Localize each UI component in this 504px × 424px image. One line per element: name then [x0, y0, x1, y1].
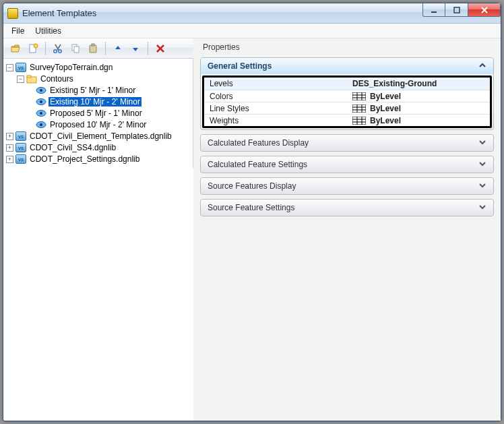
maximize-button[interactable] [445, 3, 468, 17]
chevron-up-icon [478, 61, 486, 71]
prop-label: Line Styles [204, 104, 352, 113]
tree-item-ex5[interactable]: Existing 5' Mjr - 1' Minor [49, 86, 137, 95]
move-up-icon[interactable] [110, 40, 126, 57]
prop-value: DES_Existing-Ground [352, 79, 437, 88]
bylevel-swatch-icon [352, 92, 366, 100]
window-title: Element Templates [22, 8, 422, 18]
section-calc-display: Calculated Features Display [200, 134, 494, 152]
cut-icon[interactable] [50, 40, 66, 57]
svg-rect-9 [74, 47, 79, 53]
prop-label: Levels [204, 79, 352, 88]
prop-row-weights[interactable]: Weights ByLevel [204, 114, 490, 126]
tree-root[interactable]: SurveyTopoTerrain.dgn [28, 63, 114, 72]
prop-row-colors[interactable]: Colors ByLevel [204, 90, 490, 102]
chevron-down-icon [478, 160, 486, 170]
prop-value: ByLevel [370, 92, 401, 101]
svg-point-23 [40, 123, 42, 126]
tree-panel[interactable]: −vsSurveyTopoTerrain.dgn −Contours Exist… [3, 59, 193, 168]
delete-icon[interactable] [152, 40, 168, 57]
section-header-calc-display[interactable]: Calculated Features Display [201, 135, 493, 151]
bylevel-swatch-icon [352, 117, 366, 125]
bylevel-swatch-icon [352, 104, 366, 113]
svg-rect-11 [92, 44, 94, 46]
section-header-label: Calculated Features Display [208, 138, 309, 148]
svg-rect-29 [352, 104, 366, 113]
template-icon [36, 86, 46, 95]
toolbar [3, 38, 193, 59]
svg-point-19 [40, 100, 42, 103]
chevron-down-icon [478, 203, 486, 213]
expander-icon[interactable]: − [17, 75, 24, 83]
prop-label: Weights [204, 116, 352, 125]
dgnlib-icon: vs [15, 131, 26, 141]
tree-folder[interactable]: Contours [39, 74, 75, 84]
chevron-down-icon [478, 181, 486, 191]
section-src-display: Source Features Display [200, 177, 494, 195]
properties-panel: Properties General Settings Levels DES_E… [193, 38, 501, 421]
copy-icon[interactable] [67, 40, 84, 57]
menubar: File Utilities [3, 24, 501, 38]
svg-point-21 [40, 112, 42, 115]
properties-title: Properties [203, 42, 494, 52]
template-icon [36, 97, 46, 107]
svg-point-7 [59, 49, 62, 53]
template-icon [36, 109, 46, 118]
move-down-icon[interactable] [127, 40, 144, 57]
svg-rect-15 [27, 75, 31, 78]
minimize-button[interactable] [422, 3, 445, 17]
template-icon [36, 120, 46, 129]
svg-point-6 [54, 49, 57, 53]
dgn-icon: vs [15, 63, 26, 72]
open-icon[interactable] [7, 40, 24, 57]
tree-item-pr5[interactable]: Proposed 5' Mjr - 1' Minor [49, 109, 144, 118]
expander-icon[interactable]: + [6, 144, 13, 152]
section-header-src-settings[interactable]: Source Feature Settings [201, 200, 493, 216]
expander-icon[interactable]: + [6, 133, 13, 140]
chevron-down-icon [478, 138, 486, 148]
tree-lib-c[interactable]: CDOT_Project_Settings.dgnlib [28, 154, 141, 164]
titlebar[interactable]: Element Templates [3, 3, 501, 24]
folder-icon [26, 74, 37, 84]
prop-label: Colors [204, 92, 352, 101]
prop-row-levels[interactable]: Levels DES_Existing-Ground [204, 78, 490, 90]
property-grid: Levels DES_Existing-Ground Colors ByLeve… [202, 75, 492, 128]
paste-icon[interactable] [85, 40, 101, 57]
app-window: Element Templates File Utilities [3, 3, 501, 421]
tree-lib-a[interactable]: CDOT_Civil_Element_Templates.dgnlib [28, 131, 173, 141]
app-icon [7, 8, 18, 19]
svg-rect-1 [454, 7, 460, 13]
section-general: General Settings Levels DES_Existing-Gro… [200, 57, 494, 130]
svg-point-17 [40, 89, 42, 92]
prop-row-linestyles[interactable]: Line Styles ByLevel [204, 102, 490, 114]
section-header-label: Source Feature Settings [208, 203, 294, 212]
expander-icon[interactable]: − [6, 64, 13, 71]
section-header-general[interactable]: General Settings [201, 58, 493, 74]
svg-rect-34 [352, 117, 366, 125]
dgnlib-icon: vs [15, 154, 26, 164]
new-icon[interactable] [25, 40, 41, 57]
section-header-label: General Settings [208, 61, 272, 71]
section-header-label: Source Features Display [208, 181, 296, 191]
prop-value: ByLevel [370, 116, 401, 125]
section-src-settings: Source Feature Settings [200, 199, 494, 216]
prop-value: ByLevel [370, 104, 401, 113]
svg-point-5 [34, 44, 38, 48]
tree-lib-b[interactable]: CDOT_Civil_SS4.dgnlib [28, 143, 117, 152]
section-header-label: Calculated Feature Settings [208, 160, 307, 169]
dgnlib-icon: vs [15, 143, 26, 152]
section-header-calc-settings[interactable]: Calculated Feature Settings [201, 156, 493, 173]
menu-utilities[interactable]: Utilities [35, 26, 61, 36]
close-button[interactable] [468, 3, 501, 17]
svg-rect-24 [352, 92, 366, 100]
svg-rect-10 [90, 45, 96, 53]
menu-file[interactable]: File [11, 26, 24, 36]
tree-item-pr10[interactable]: Proposed 10' Mjr - 2' Minor [49, 120, 148, 129]
section-header-src-display[interactable]: Source Features Display [201, 178, 493, 194]
expander-icon[interactable]: + [6, 156, 13, 163]
tree-item-ex10[interactable]: Existing 10' Mjr - 2' Minor [49, 97, 141, 107]
section-calc-settings: Calculated Feature Settings [200, 156, 494, 173]
